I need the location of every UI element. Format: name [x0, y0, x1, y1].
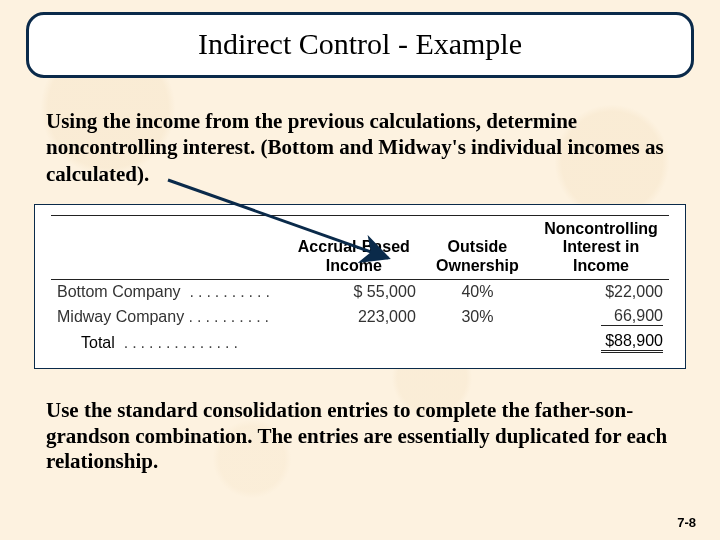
table-row: Midway Company .......... 223,000 30% 66…: [51, 304, 669, 329]
header-nci: NoncontrollingInterest inIncome: [533, 216, 669, 280]
svg-line-0: [168, 180, 388, 258]
title-box: Indirect Control - Example: [26, 12, 694, 78]
table-total-row: Total .............. $88,900: [51, 329, 669, 356]
arrow-icon: [158, 172, 418, 272]
table-row: Bottom Company .......... $ 55,000 40% $…: [51, 280, 669, 305]
page-number: 7-8: [677, 515, 696, 530]
outro-paragraph: Use the standard consolidation entries t…: [46, 398, 674, 475]
page-title: Indirect Control - Example: [29, 27, 691, 61]
header-ownership: OutsideOwnership: [422, 216, 533, 280]
